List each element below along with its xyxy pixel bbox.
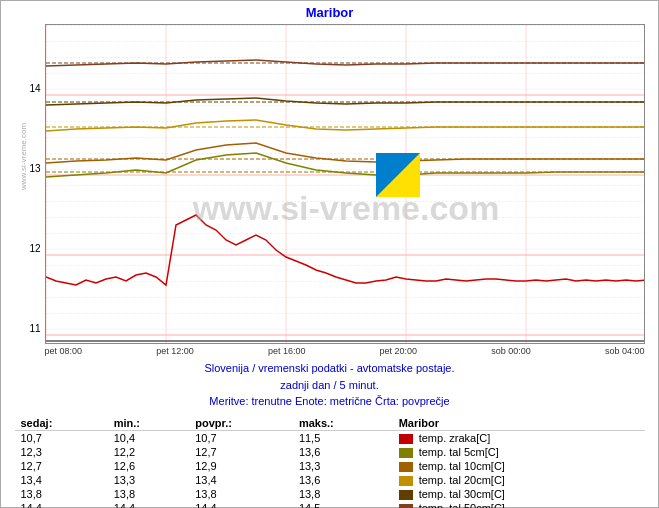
y-axis: 11 12 13 14 www.si-vreme.com	[15, 24, 45, 344]
cell-sedaj: 10,7	[15, 430, 108, 445]
footer-line1: Slovenija / vremenski podatki - avtomats…	[204, 360, 454, 377]
page-title: Maribor	[306, 5, 354, 20]
table-row: 13,8 13,8 13,8 13,8 temp. tal 30cm[C]	[15, 487, 645, 501]
cell-sedaj: 13,8	[15, 487, 108, 501]
cell-maks: 14,5	[293, 501, 393, 508]
cell-sedaj: 14,4	[15, 501, 108, 508]
chart-svg: www.si-vreme.com	[45, 24, 645, 344]
cell-label: temp. zraka[C]	[393, 430, 645, 445]
footer-text: Slovenija / vremenski podatki - avtomats…	[204, 360, 454, 410]
cell-povpr: 13,8	[189, 487, 293, 501]
table-row: 14,4 14,4 14,4 14,5 temp. tal 50cm[C]	[15, 501, 645, 508]
cell-maks: 11,5	[293, 430, 393, 445]
cell-maks: 13,6	[293, 473, 393, 487]
x-label-3: pet 20:00	[380, 346, 418, 356]
y-label-14: 14	[29, 83, 40, 94]
cell-maks: 13,3	[293, 459, 393, 473]
footer-line3: Meritve: trenutne Enote: metrične Črta: …	[204, 393, 454, 410]
cell-label: temp. tal 30cm[C]	[393, 487, 645, 501]
col-maks: maks.:	[293, 416, 393, 431]
x-label-4: sob 00:00	[491, 346, 531, 356]
col-label: Maribor	[393, 416, 645, 431]
color-swatch	[399, 434, 413, 444]
color-swatch	[399, 504, 413, 508]
cell-label: temp. tal 20cm[C]	[393, 473, 645, 487]
cell-min: 14,4	[108, 501, 190, 508]
cell-sedaj: 13,4	[15, 473, 108, 487]
main-container: Maribor 11 12 13 14 www.si-vreme.com	[0, 0, 659, 508]
color-swatch	[399, 490, 413, 500]
cell-label: temp. tal 50cm[C]	[393, 501, 645, 508]
footer-line2: zadnji dan / 5 minut.	[204, 377, 454, 394]
svg-rect-1	[46, 25, 645, 344]
cell-label: temp. tal 10cm[C]	[393, 459, 645, 473]
x-axis-labels: pet 08:00 pet 12:00 pet 16:00 pet 20:00 …	[45, 346, 645, 356]
table-row: 12,3 12,2 12,7 13,6 temp. tal 5cm[C]	[15, 445, 645, 459]
cell-povpr: 14,4	[189, 501, 293, 508]
cell-sedaj: 12,3	[15, 445, 108, 459]
y-label-12: 12	[29, 243, 40, 254]
col-min: min.:	[108, 416, 190, 431]
cell-povpr: 10,7	[189, 430, 293, 445]
cell-maks: 13,8	[293, 487, 393, 501]
data-table: sedaj: min.: povpr.: maks.: Maribor 10,7…	[15, 416, 645, 509]
table-row: 12,7 12,6 12,9 13,3 temp. tal 10cm[C]	[15, 459, 645, 473]
x-label-1: pet 12:00	[156, 346, 194, 356]
cell-povpr: 13,4	[189, 473, 293, 487]
svg-text:www.si-vreme.com: www.si-vreme.com	[191, 189, 499, 227]
color-swatch	[399, 448, 413, 458]
col-povpr: povpr.:	[189, 416, 293, 431]
chart-wrapper: 11 12 13 14 www.si-vreme.com	[15, 24, 645, 356]
x-label-0: pet 08:00	[45, 346, 83, 356]
col-sedaj: sedaj:	[15, 416, 108, 431]
cell-min: 13,3	[108, 473, 190, 487]
cell-sedaj: 12,7	[15, 459, 108, 473]
cell-min: 13,8	[108, 487, 190, 501]
cell-label: temp. tal 5cm[C]	[393, 445, 645, 459]
cell-povpr: 12,7	[189, 445, 293, 459]
svg-marker-18	[644, 338, 645, 344]
cell-povpr: 12,9	[189, 459, 293, 473]
cell-min: 10,4	[108, 430, 190, 445]
table-row: 13,4 13,3 13,4 13,6 temp. tal 20cm[C]	[15, 473, 645, 487]
color-swatch	[399, 476, 413, 486]
x-label-5: sob 04:00	[605, 346, 645, 356]
y-label-13: 13	[29, 163, 40, 174]
chart-container: www.si-vreme.com pet 08:00 pet 12:00 pet…	[45, 24, 645, 356]
cell-maks: 13,6	[293, 445, 393, 459]
x-label-2: pet 16:00	[268, 346, 306, 356]
color-swatch	[399, 462, 413, 472]
y-label-11: 11	[29, 323, 40, 334]
table-row: 10,7 10,4 10,7 11,5 temp. zraka[C]	[15, 430, 645, 445]
si-vreme-label: www.si-vreme.com	[18, 178, 27, 190]
cell-min: 12,2	[108, 445, 190, 459]
cell-min: 12,6	[108, 459, 190, 473]
